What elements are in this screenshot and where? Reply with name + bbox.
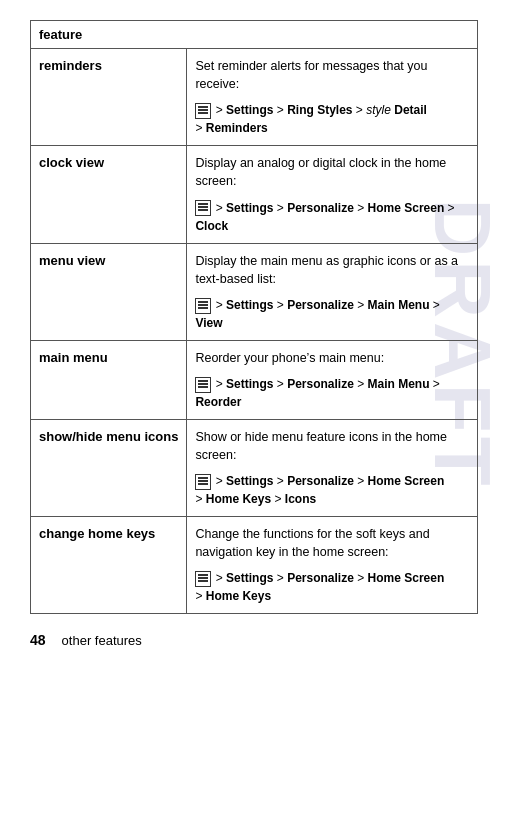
- features-table: feature remindersSet reminder alerts for…: [30, 20, 478, 614]
- feature-cell: reminders: [31, 49, 187, 146]
- menu-icon: [195, 474, 211, 490]
- nav-gt: >: [195, 589, 205, 603]
- nav-bold: Personalize: [287, 377, 354, 391]
- feature-cell: menu view: [31, 243, 187, 340]
- nav-gt: >: [354, 571, 368, 585]
- description-text: Change the functions for the soft keys a…: [195, 527, 429, 559]
- nav-gt: >: [273, 474, 287, 488]
- nav-bold: Settings: [226, 377, 273, 391]
- menu-icon: [195, 200, 211, 216]
- menu-icon: [195, 298, 211, 314]
- nav-bold: Settings: [226, 571, 273, 585]
- nav-bold: Personalize: [287, 298, 354, 312]
- nav-path: > Settings > Ring Styles > style Detail …: [195, 101, 469, 137]
- nav-bold: Settings: [226, 201, 273, 215]
- content-area: feature remindersSet reminder alerts for…: [30, 20, 478, 648]
- nav-gt: >: [273, 377, 287, 391]
- footer-text: other features: [62, 633, 142, 648]
- table-row: main menuReorder your phone’s main menu:…: [31, 340, 478, 419]
- nav-path: > Settings > Personalize > Home Screen >…: [195, 199, 469, 235]
- nav-gt: >: [354, 474, 368, 488]
- nav-gt: >: [212, 377, 226, 391]
- nav-gt: >: [430, 298, 440, 312]
- nav-bold: Ring Styles: [287, 103, 352, 117]
- nav-gt: >: [354, 377, 368, 391]
- nav-gt: >: [212, 103, 226, 117]
- nav-gt: >: [353, 103, 367, 117]
- nav-gt: >: [212, 571, 226, 585]
- nav-bold: Reorder: [195, 395, 241, 409]
- footer: 48 other features: [30, 632, 478, 648]
- nav-italic: style: [366, 103, 391, 117]
- description-text: Display an analog or digital clock in th…: [195, 156, 446, 188]
- nav-gt: >: [195, 492, 205, 506]
- nav-gt: >: [444, 201, 454, 215]
- description-cell: Display the main menu as graphic icons o…: [187, 243, 478, 340]
- nav-bold: Settings: [226, 103, 273, 117]
- feature-cell: clock view: [31, 146, 187, 243]
- nav-bold: Settings: [226, 298, 273, 312]
- table-header: feature: [31, 21, 478, 49]
- nav-bold: Home Keys: [206, 589, 271, 603]
- nav-bold: Settings: [226, 474, 273, 488]
- description-cell: Change the functions for the soft keys a…: [187, 517, 478, 614]
- feature-cell: main menu: [31, 340, 187, 419]
- table-row: show/hide menu iconsShow or hide menu fe…: [31, 419, 478, 516]
- nav-bold: Detail: [391, 103, 427, 117]
- description-text: Display the main menu as graphic icons o…: [195, 254, 458, 286]
- nav-bold: Personalize: [287, 474, 354, 488]
- nav-bold: Personalize: [287, 571, 354, 585]
- description-text: Reorder your phone’s main menu:: [195, 351, 384, 365]
- description-cell: Set reminder alerts for messages that yo…: [187, 49, 478, 146]
- nav-gt: >: [430, 377, 440, 391]
- menu-icon: [195, 377, 211, 393]
- page-number: 48: [30, 632, 46, 648]
- nav-bold: Main Menu: [368, 298, 430, 312]
- table-row: change home keysChange the functions for…: [31, 517, 478, 614]
- table-row: clock viewDisplay an analog or digital c…: [31, 146, 478, 243]
- feature-cell: change home keys: [31, 517, 187, 614]
- nav-gt: >: [212, 474, 226, 488]
- nav-gt: >: [212, 298, 226, 312]
- page-wrapper: DRAFT feature remindersSet reminder aler…: [0, 0, 508, 688]
- nav-gt: >: [354, 201, 368, 215]
- nav-bold: Home Screen: [368, 474, 445, 488]
- description-cell: Reorder your phone’s main menu: > Settin…: [187, 340, 478, 419]
- menu-icon: [195, 571, 211, 587]
- nav-bold: Home Keys: [206, 492, 271, 506]
- nav-bold: Home Screen: [368, 201, 445, 215]
- table-row: remindersSet reminder alerts for message…: [31, 49, 478, 146]
- nav-bold: Main Menu: [368, 377, 430, 391]
- nav-gt: >: [271, 492, 285, 506]
- nav-path: > Settings > Personalize > Main Menu > R…: [195, 375, 469, 411]
- nav-bold: Icons: [285, 492, 316, 506]
- nav-gt: >: [195, 121, 205, 135]
- description-text: Show or hide menu feature icons in the h…: [195, 430, 447, 462]
- nav-gt: >: [212, 201, 226, 215]
- nav-bold: Home Screen: [368, 571, 445, 585]
- nav-path: > Settings > Personalize > Home Screen >…: [195, 569, 469, 605]
- feature-cell: show/hide menu icons: [31, 419, 187, 516]
- table-row: menu viewDisplay the main menu as graphi…: [31, 243, 478, 340]
- nav-gt: >: [273, 103, 287, 117]
- nav-gt: >: [354, 298, 368, 312]
- menu-icon: [195, 103, 211, 119]
- nav-path: > Settings > Personalize > Home Screen >…: [195, 472, 469, 508]
- nav-bold: Personalize: [287, 201, 354, 215]
- nav-bold: View: [195, 316, 222, 330]
- nav-bold: Reminders: [206, 121, 268, 135]
- description-cell: Display an analog or digital clock in th…: [187, 146, 478, 243]
- description-cell: Show or hide menu feature icons in the h…: [187, 419, 478, 516]
- nav-gt: >: [273, 201, 287, 215]
- nav-bold: Clock: [195, 219, 228, 233]
- nav-gt: >: [273, 571, 287, 585]
- nav-path: > Settings > Personalize > Main Menu > V…: [195, 296, 469, 332]
- nav-gt: >: [273, 298, 287, 312]
- description-text: Set reminder alerts for messages that yo…: [195, 59, 427, 91]
